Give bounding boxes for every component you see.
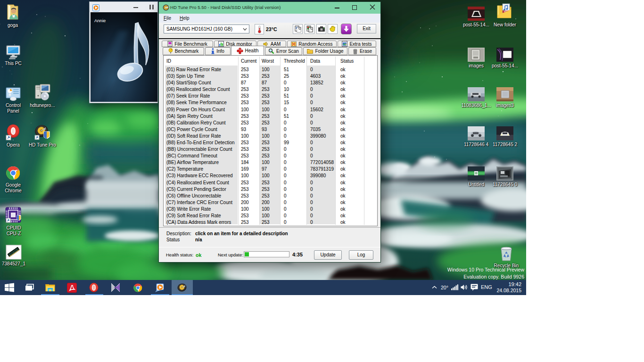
svg-text:Annie: Annie [94, 18, 106, 23]
